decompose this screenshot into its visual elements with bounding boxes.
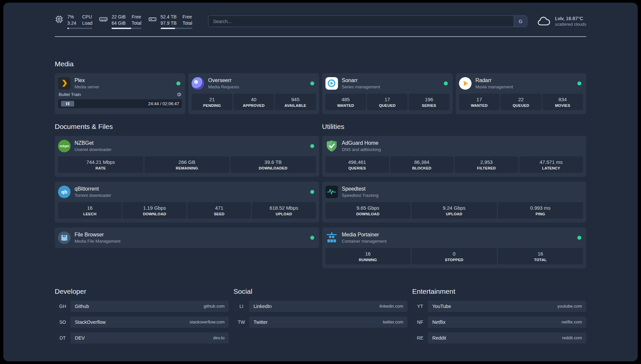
stat-box: 1.19 Gbps DOWNLOAD [123,202,186,219]
disk-widget: 52.4 TB 97.9 TB Free Total [148,14,192,29]
stat-box: 485 WANTED [325,94,366,110]
bookmark-twitter[interactable]: TW Twitter twitter.com [233,317,408,328]
service-subtitle: Usenet downloader [75,147,306,152]
stat-label: SERIES [409,104,448,107]
status-dot [577,81,581,85]
stat-box: 86,384 BLOCKED [390,156,454,173]
bookmark-name: Twitter [254,319,268,325]
bookmark-group-developer: Developer GH Github github.com SO StackO… [55,288,229,344]
adguard-icon [325,140,338,152]
search-provider-button[interactable]: G [514,16,527,27]
bookmark-name: Github [75,304,89,309]
service-link-sonarr[interactable]: Sonarr Series management [325,77,449,90]
service-link-speedtest[interactable]: Speedtest Speedtest Tracking [325,186,583,198]
gear-icon[interactable] [176,92,181,97]
section-title-social: Social [233,288,408,295]
bookmark-linkedin[interactable]: LI LinkedIn linkedin.com [233,301,408,312]
service-link-portainer[interactable]: Media Portainer Container management [325,231,583,244]
service-link-nzbget[interactable]: nzbget NZBGet Usenet downloader [58,140,316,152]
stat-box: 834 MOVIES [542,94,583,110]
weather-location: Lviv, 16.87°C [555,16,586,21]
bookmark-group-entertainment: Entertainment YT YouTube youtube.com NF … [412,288,586,344]
stat-value: 16 [499,251,583,257]
stat-box: 2,953 FILTERED [455,156,518,173]
stat-value: 17 [368,97,407,102]
stats-row: 17 WANTED 22 QUEUED 834 MOVIES [459,94,583,110]
bookmark-netflix[interactable]: NF Netflix netflix.com [412,317,586,328]
service-subtitle: Movie management [475,84,573,89]
stat-value: 22 [501,97,540,102]
bookmark-name: StackOverflow [75,319,106,325]
bookmark-domain: linkedin.com [380,304,403,309]
bookmarks: Developer GH Github github.com SO StackO… [55,288,586,357]
search-input[interactable] [208,15,527,27]
service-title: File Browser [75,232,306,238]
status-dot [310,144,314,148]
pause-button[interactable] [61,101,74,106]
stat-box: 17 QUEUED [367,94,408,110]
service-title: Overseerr [208,77,306,83]
stat-value: 21 [192,97,231,102]
status-dot [176,81,180,85]
bookmark-name: YouTube [432,304,451,309]
service-subtitle: Media server [75,84,172,89]
stat-value: 618.52 Mbps [253,205,315,211]
service-link-adguard[interactable]: AdGuard Home DNS and adblocking [325,140,583,152]
stat-value: 266 GB [145,159,229,165]
service-link-plex[interactable]: Plex Media server [58,77,182,90]
topbar: 7% 3.24 CPU Load [55,14,586,29]
stat-label: RUNNING [326,258,410,262]
player-seekbar[interactable]: 24:44 / 02:06:47 [58,99,182,108]
stat-box: 22 QUEUED [501,94,541,110]
disk-progressbar [161,28,192,29]
bookmark-domain: twitter.com [383,319,403,324]
stat-value: 498,461 [326,159,388,165]
service-title: qBittorrent [75,186,306,192]
service-card-radarr: Radarr Movie management 17 WANTED 22 QUE… [456,73,586,114]
bookmark-dev[interactable]: DT DEV dev.to [55,332,229,344]
status-dot [310,236,314,240]
media-grid: Plex Media server Bullet Train 24:44 / 0… [55,73,586,114]
bookmark-reddit[interactable]: RE Reddit reddit.com [412,332,586,344]
stat-box: 471 SEED [187,202,251,219]
bookmark-domain: netflix.com [562,319,582,324]
service-link-overseerr[interactable]: Overseerr Media Requests [192,77,316,90]
stat-box: 945 AVAILABLE [275,94,316,110]
disk-icon [148,15,157,24]
bookmark-stackoverflow[interactable]: SO StackOverflow stackoverflow.com [55,317,229,328]
bookmark-abbr: DT [55,332,71,344]
stat-label: DOWNLOADED [231,166,315,170]
stat-value: 0 [412,251,496,257]
plex-now-playing: Bullet Train 24:44 / 02:06:47 [58,92,182,108]
service-subtitle: Series management [342,84,440,89]
stat-box: 744.21 Mbps RATE [58,156,143,173]
bookmark-github[interactable]: GH Github github.com [55,301,229,312]
sonarr-icon [325,77,338,90]
service-card-sonarr: Sonarr Series management 485 WANTED 17 Q… [322,73,453,114]
stat-value: 945 [276,97,315,102]
stat-box: 266 GB REMAINING [144,156,230,173]
stat-value: 471 [188,205,250,211]
service-link-radarr[interactable]: Radarr Movie management [459,77,583,90]
speedtest-icon [325,186,338,198]
bookmark-domain: stackoverflow.com [190,319,225,324]
service-link-filebrowser[interactable]: File Browser Media File Management [58,231,316,244]
stat-label: REMAINING [145,166,229,170]
stat-value: 2,953 [455,159,518,165]
bookmark-domain: dev.to [213,335,225,340]
service-link-qbittorrent[interactable]: qb qBittorrent Torrent downloader [58,186,316,198]
stat-label: QUEUED [368,104,407,107]
bookmark-domain: github.com [203,304,225,309]
stat-label: FILTERED [455,166,518,170]
service-card-filebrowser: File Browser Media File Management [55,228,319,248]
memory-progressbar [111,28,141,29]
stats-row: 744.21 Mbps RATE 266 GB REMAINING 39.6 T… [58,156,316,173]
bookmark-youtube[interactable]: YT YouTube youtube.com [412,301,586,312]
stat-value: 834 [543,97,582,102]
stat-value: 39.6 TB [231,159,315,165]
stat-label: QUERIES [326,166,388,170]
cpu-load-value: 3.24 [67,20,76,26]
service-title: AdGuard Home [342,140,583,146]
cpu-label-bottom: Load [82,20,92,26]
stat-label: STOPPED [412,258,496,262]
